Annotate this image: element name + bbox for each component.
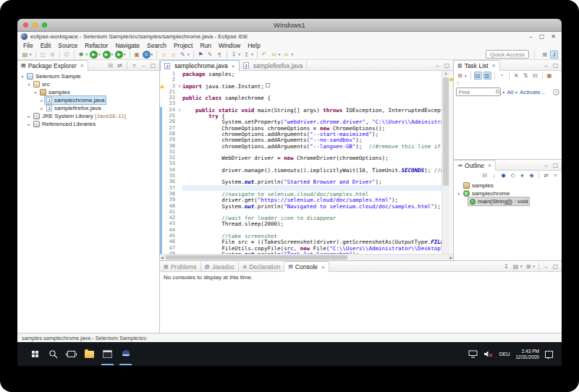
- menu-help[interactable]: Help: [244, 42, 263, 49]
- tree-item-samplefirefox-java[interactable]: ▸Jsamplefirefox.java: [17, 104, 159, 112]
- hide-fields-icon[interactable]: ◆: [499, 171, 507, 179]
- tab-outline[interactable]: ≔ Outline ✕: [454, 160, 496, 171]
- close-view-icon[interactable]: ✕: [80, 63, 84, 68]
- close-view-icon[interactable]: ✕: [488, 163, 491, 168]
- categorized-icon[interactable]: ▤: [474, 72, 482, 80]
- hide-local-types-icon[interactable]: ◈: [528, 171, 536, 179]
- code-line[interactable]: 39 driver.get("https://selenium.cloud/do…: [160, 197, 441, 203]
- dropdown-arrow-icon[interactable]: ▾: [86, 52, 88, 56]
- quick-access-box[interactable]: Quick Access: [486, 50, 529, 59]
- collapsed-expander-icon[interactable]: ▸: [39, 106, 45, 111]
- code-line[interactable]: 24⊖ public static void main(String[] arg…: [160, 107, 441, 113]
- back-icon[interactable]: ⇦: [270, 51, 278, 59]
- scroll-right-icon[interactable]: ▶: [449, 255, 452, 260]
- code-line[interactable]: 25 try {: [160, 113, 441, 119]
- focus-on-workweek-icon[interactable]: ◔: [498, 72, 506, 80]
- task-repositories-icon[interactable]: ▣: [546, 72, 554, 80]
- activate-link[interactable]: Activate...: [520, 89, 545, 95]
- display-selected-console-icon[interactable]: ▤: [512, 263, 520, 270]
- dropdown-arrow-icon[interactable]: ▾: [124, 52, 126, 56]
- collapsed-expander-icon[interactable]: ▸: [26, 114, 32, 119]
- code-line[interactable]: 35: [160, 173, 441, 179]
- menu-edit[interactable]: Edit: [37, 42, 55, 49]
- external-tools-icon[interactable]: ▶: [115, 51, 123, 59]
- last-edit-location-icon[interactable]: ↶: [261, 51, 269, 59]
- menu-navigate[interactable]: Navigate: [111, 42, 143, 49]
- previous-annotation-icon[interactable]: ↥: [242, 51, 250, 59]
- dropdown-arrow-icon[interactable]: ▾: [30, 52, 32, 56]
- start-button[interactable]: [26, 342, 44, 366]
- collapse-all-icon[interactable]: ⊟: [531, 72, 539, 80]
- code-line[interactable]: 42 //wait for loader icon to disappear: [160, 215, 441, 221]
- minimize-icon[interactable]: –: [542, 161, 550, 169]
- tab-problems[interactable]: ▦Problems: [160, 261, 201, 272]
- view-menu-icon[interactable]: ▽: [457, 81, 460, 85]
- minimize-icon[interactable]: –: [542, 61, 550, 69]
- network-icon[interactable]: [468, 350, 478, 358]
- menu-refactor[interactable]: Refactor: [81, 42, 111, 49]
- dropdown-arrow-icon[interactable]: ▾: [520, 264, 523, 268]
- code-line[interactable]: 38 //navigate to selenium.cloud/doc/samp…: [160, 191, 441, 197]
- tab-task-list[interactable]: ▥ Task List ✕: [454, 60, 500, 71]
- code-line[interactable]: 3⊕import java.time.Instant;: [160, 83, 441, 89]
- minimize-window-icon[interactable]: –: [529, 33, 532, 41]
- expanded-expander-icon[interactable]: ▾: [33, 90, 38, 95]
- menu-window[interactable]: Window: [215, 42, 244, 49]
- tab-declaration[interactable]: ≣Declaration: [239, 261, 284, 272]
- collapsed-expander-icon[interactable]: ▸: [26, 122, 32, 127]
- link-with-editor-icon[interactable]: ⇄: [542, 171, 550, 179]
- new-wizard-icon[interactable]: ▤: [21, 51, 29, 59]
- task-list-view-menu[interactable]: ▽: [454, 80, 562, 86]
- maximize-icon[interactable]: ▢: [551, 263, 559, 270]
- hide-non-public-icon[interactable]: ●: [518, 171, 526, 179]
- tab-javadoc[interactable]: @Javadoc: [201, 261, 240, 272]
- expanded-expander-icon[interactable]: ▾: [20, 74, 25, 79]
- find-input[interactable]: [456, 88, 501, 96]
- code-line[interactable]: 47 FileUtils.copyFile(src, new File("C:\…: [160, 245, 441, 251]
- code-line[interactable]: 34 driver.manage().timeouts().implicitly…: [160, 167, 441, 173]
- horizontal-scroll-thumb[interactable]: [166, 255, 347, 260]
- code-line[interactable]: 45 //take screenshot: [160, 233, 441, 239]
- save-all-icon[interactable]: ⊞: [48, 51, 56, 59]
- show-whitespace-icon[interactable]: ¶: [216, 51, 224, 59]
- code-line[interactable]: 43 Thread.sleep(2000);: [160, 221, 441, 226]
- menu-project[interactable]: Project: [170, 42, 196, 49]
- java-perspective-icon[interactable]: J: [550, 51, 558, 59]
- code-line[interactable]: 29 chromeOptions.addArguments("--no-sand…: [160, 137, 441, 142]
- dropdown-arrow-icon[interactable]: ▾: [291, 52, 293, 56]
- open-type-icon[interactable]: ▱: [160, 51, 168, 59]
- code-line[interactable]: 1package samples;: [160, 71, 441, 77]
- new-java-project-icon[interactable]: ▣: [133, 51, 141, 59]
- create-element-icon[interactable]: ✎: [206, 51, 214, 59]
- fold-expanded-icon[interactable]: ⊖: [177, 107, 182, 113]
- editor-tab-samplefirefox-java[interactable]: Jsamplefirefox.java: [240, 60, 308, 71]
- tree-item-samples[interactable]: ▾samples: [17, 88, 159, 96]
- horizontal-scrollbar[interactable]: ◀ ▶: [160, 254, 453, 260]
- forward-icon[interactable]: ⇨: [282, 51, 290, 59]
- tree-item-src[interactable]: ▾src: [17, 80, 159, 88]
- new-task-icon[interactable]: ⊞: [456, 72, 464, 80]
- volume-muted-icon[interactable]: [483, 350, 494, 358]
- pin-console-icon[interactable]: ↧: [502, 263, 510, 270]
- save-icon[interactable]: ◫: [39, 51, 47, 59]
- expand-arrow-icon[interactable]: ▸: [515, 90, 517, 94]
- tree-item-samplechrome[interactable]: ▾Csamplechrome: [454, 189, 562, 197]
- view-menu-icon[interactable]: ▿: [551, 171, 559, 179]
- menu-file[interactable]: File: [20, 42, 37, 49]
- close-tab-icon[interactable]: ✕: [232, 64, 235, 69]
- keyboard-layout[interactable]: DEU: [499, 351, 510, 357]
- scroll-left-icon[interactable]: ◀: [161, 255, 164, 260]
- link-with-editor-icon[interactable]: ⇄: [116, 61, 124, 69]
- tree-item-jre-system-library[interactable]: ▸JRE System Library [JavaSE-11]: [17, 112, 159, 120]
- dropdown-arrow-icon[interactable]: ▾: [465, 74, 467, 78]
- fold-collapsed-icon[interactable]: ⊕: [177, 83, 182, 89]
- toggle-mark-occurrences-icon[interactable]: ✎: [179, 51, 187, 59]
- code-line[interactable]: 2: [160, 77, 441, 82]
- junit-icon[interactable]: ⚑: [197, 51, 205, 59]
- close-view-icon[interactable]: ✕: [492, 63, 496, 68]
- vertical-scrollbar[interactable]: ▲: [441, 71, 449, 254]
- code-line[interactable]: 44: [160, 227, 441, 233]
- dropdown-arrow-icon[interactable]: ▾: [151, 52, 153, 56]
- tree-item-main-string-void[interactable]: main(String[]) : void: [454, 197, 562, 205]
- code-line[interactable]: 32 WebDriver driver = new ChromeDriver(c…: [160, 155, 441, 161]
